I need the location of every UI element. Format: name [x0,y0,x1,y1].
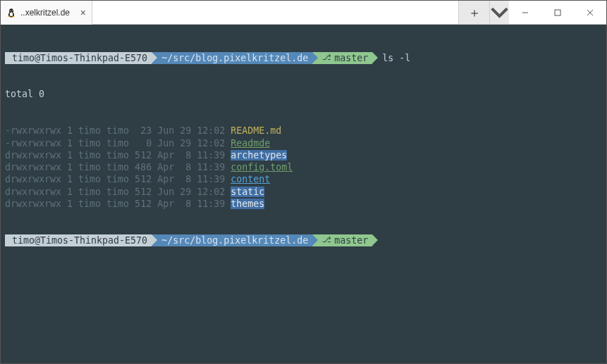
branch-icon: ⎇ [322,53,331,63]
ls-row: drwxrwxrwx 1 timo timo 486 Apr 8 11:39 c… [5,161,602,173]
filename: Readmde [231,138,270,149]
command-text: ls -l [382,52,410,64]
filename: config.toml [231,162,293,172]
filename: content [231,174,270,184]
terminal[interactable]: timo@Timos-Thinkpad-E570~/src/blog.pixel… [1,25,606,364]
ls-total: total 0 [5,88,602,100]
prompt-branch: ⎇master [312,52,372,64]
minimize-button[interactable] [509,1,541,24]
prompt-line-1: timo@Timos-Thinkpad-E570~/src/blog.pixel… [5,52,602,64]
new-tab-button[interactable]: ＋ [458,1,489,24]
ls-row: drwxrwxrwx 1 timo timo 512 Jun 29 12:02 … [5,186,602,198]
titlebar-drag-area[interactable] [92,1,458,24]
svg-point-6 [12,15,15,17]
ls-row: -rwxrwxrwx 1 timo timo 23 Jun 29 12:02 R… [5,125,602,137]
ls-row: drwxrwxrwx 1 timo timo 512 Apr 8 11:39 t… [5,198,602,210]
ls-row: drwxrwxrwx 1 timo timo 512 Apr 8 11:39 a… [5,149,602,161]
svg-point-3 [10,10,11,11]
branch-name: master [334,234,368,246]
ls-row: drwxrwxrwx 1 timo timo 512 Apr 8 11:39 c… [5,173,602,185]
prompt-line-2: timo@Timos-Thinkpad-E570~/src/blog.pixel… [5,234,602,246]
svg-rect-8 [555,10,560,15]
close-tab-icon[interactable]: × [80,7,86,18]
filename: static [231,187,264,197]
branch-name: master [334,52,368,64]
window-controls [509,1,606,24]
new-tab-dropdown[interactable] [489,1,509,24]
maximize-button[interactable] [541,1,574,24]
filename: themes [231,199,264,209]
prompt-path: ~/src/blog.pixelkritzel.de [152,234,312,246]
titlebar: ..xelkritzel.de × ＋ [1,1,606,25]
ls-output: -rwxrwxrwx 1 timo timo 23 Jun 29 12:02 R… [5,125,602,210]
newtab-group: ＋ [458,1,509,24]
svg-point-4 [12,10,13,11]
svg-point-5 [8,15,11,17]
prompt-user: timo@Timos-Thinkpad-E570 [5,234,152,246]
filename: README.md [231,125,281,136]
close-window-button[interactable] [574,1,606,24]
tab-title: ..xelkritzel.de [20,8,70,18]
cursor [382,235,388,246]
prompt-branch: ⎇master [312,234,372,246]
tab-terminal[interactable]: ..xelkritzel.de × [1,1,92,25]
filename: archetypes [231,150,287,161]
prompt-path: ~/src/blog.pixelkritzel.de [152,52,312,64]
prompt-user: timo@Timos-Thinkpad-E570 [5,52,152,64]
ls-row: -rwxrwxrwx 1 timo timo 0 Jun 29 12:02 Re… [5,137,602,149]
tux-icon [6,8,16,18]
branch-icon: ⎇ [322,235,331,245]
